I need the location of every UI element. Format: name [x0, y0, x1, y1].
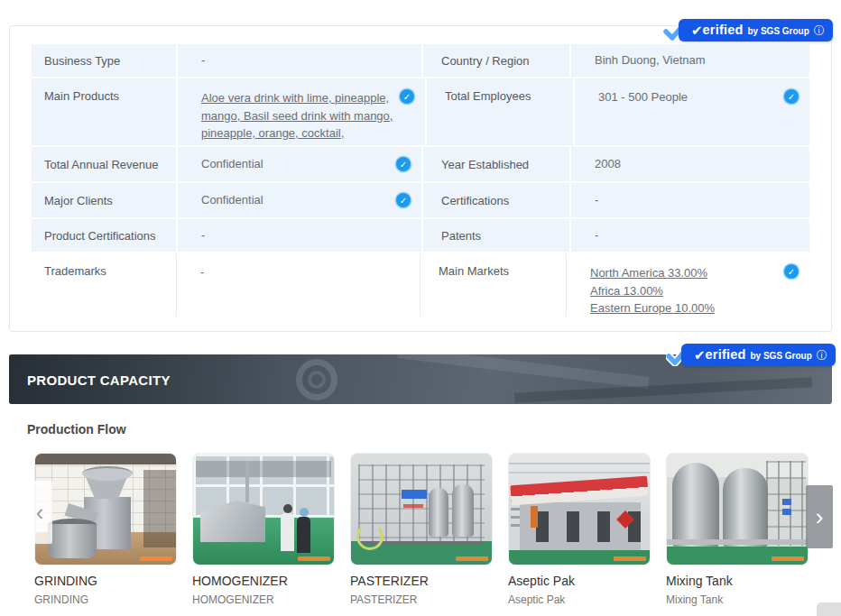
flow-step-subtitle: Aseptic Pak [508, 593, 651, 606]
label-main-products: Main Products [44, 89, 119, 103]
photo-detail [402, 490, 427, 499]
row-label: Patents [423, 219, 569, 252]
photo-detail [667, 539, 808, 545]
label-year-established: Year Established [441, 158, 529, 171]
label-country-region: Country / Region [441, 54, 530, 68]
info-icon[interactable]: ⓘ [817, 348, 827, 363]
production-flow-heading: Production Flow [27, 422, 126, 437]
value-total-annual-revenue: Confidential [201, 156, 263, 173]
main-market-link-eastern-europe[interactable]: Eastern Europe 10.00% [590, 299, 715, 317]
value-patents: - [595, 227, 598, 244]
verified-seal-icon[interactable]: ✓ [784, 264, 799, 279]
photo-timestamp [298, 556, 330, 561]
production-photo-pasterizer[interactable] [350, 453, 493, 565]
value-certifications: - [595, 192, 598, 209]
verified-seal-icon[interactable]: ✓ [400, 89, 414, 104]
photo-detail [531, 506, 538, 528]
production-photo-aseptic-pak[interactable] [508, 453, 651, 565]
table-row: Business Type - Country / Region Binh Du… [32, 44, 809, 77]
row-value: - [178, 44, 421, 77]
row-label: Year Established [423, 147, 569, 181]
banner-decoration [308, 371, 326, 389]
photo-detail [667, 547, 808, 565]
photo-detail [281, 513, 294, 551]
flow-step-title: PASTERIZER [350, 574, 493, 588]
verified-badge-pill: ✔erified by SGS Group ⓘ [681, 344, 836, 366]
row-value: - [571, 183, 809, 217]
photo-detail [672, 463, 719, 547]
main-market-link-africa[interactable]: Africa 13.00% [590, 282, 715, 300]
production-flow-card: Aseptic Pak Aseptic Pak [508, 453, 651, 606]
table-row: Product Certifications - Patents - [32, 219, 809, 252]
photo-detail [510, 476, 648, 506]
row-value: Confidential ✓ [178, 147, 421, 181]
photo-detail [723, 468, 768, 547]
value-total-employees: 301 - 500 People [598, 89, 688, 106]
verified-badge[interactable]: ✔erified by SGS Group ⓘ [666, 344, 837, 368]
photo-detail [196, 461, 331, 477]
table-row: Major Clients Confidential ✓ Certificati… [32, 183, 809, 217]
row-label: Certifications [423, 183, 569, 217]
production-photo-homogenizer[interactable] [192, 453, 335, 565]
photo-detail [300, 508, 309, 517]
verified-seal-icon[interactable]: ✓ [396, 193, 411, 207]
row-label: Product Certifications [32, 219, 176, 252]
photo-detail [35, 454, 176, 464]
flow-step-subtitle: GRINDING [34, 593, 177, 606]
row-label: Main Markets [420, 253, 566, 317]
flow-step-title: Mixing Tank [666, 574, 809, 588]
row-label: Main Products [32, 78, 176, 145]
verified-label: erified [706, 348, 746, 362]
production-flow-card: PASTERIZER PASTERIZER [350, 453, 493, 606]
photo-detail [403, 504, 423, 508]
verified-seal-icon[interactable]: ✓ [784, 89, 799, 104]
verified-badge-pill: ✔erified by SGS Group ⓘ [679, 19, 833, 41]
table-row: Total Annual Revenue Confidential ✓ Year… [32, 147, 809, 181]
floating-widget-partial[interactable] [817, 602, 841, 616]
label-certifications: Certifications [441, 194, 509, 207]
label-patents: Patents [441, 229, 481, 243]
flow-step-subtitle: PASTERIZER [350, 593, 493, 606]
label-main-markets: Main Markets [439, 264, 509, 278]
value-country-region: Binh Duong, Vietnam [595, 52, 706, 69]
row-label: Trademarks [32, 253, 176, 317]
carousel-prev-button[interactable]: ‹ [27, 481, 52, 544]
company-info-card: Business Type - Country / Region Binh Du… [9, 25, 832, 332]
row-value: North America 33.00% Africa 13.00% Easte… [566, 253, 809, 317]
info-icon[interactable]: ⓘ [814, 23, 825, 39]
verified-badge[interactable]: ✔erified by SGS Group ⓘ [663, 19, 835, 43]
photo-timestamp [614, 556, 646, 561]
row-label: Business Type [32, 44, 176, 77]
table-row: Main Products Aloe vera drink with lime,… [32, 78, 809, 145]
row-label: Total Annual Revenue [32, 147, 176, 181]
value-trademarks: - [200, 264, 204, 281]
chevron-left-icon: ‹ [36, 499, 44, 527]
production-photo-mixing-tank[interactable] [666, 453, 809, 565]
section-title: PRODUCT CAPACITY [27, 372, 171, 387]
verified-v-check-icon: ✔ [694, 348, 706, 362]
verified-v-check-icon: ✔ [691, 23, 703, 37]
carousel-next-button[interactable]: › [806, 485, 833, 548]
row-value: Binh Duong, Vietnam [571, 44, 809, 77]
photo-detail [283, 504, 292, 513]
value-year-established: 2008 [595, 156, 621, 173]
flow-step-subtitle: Mixing Tank [666, 593, 809, 606]
row-label: Total Employees [427, 78, 573, 145]
photo-detail [782, 499, 791, 505]
table-row: Trademarks - Main Markets North America … [32, 253, 809, 317]
photo-detail [356, 523, 384, 550]
production-flow-card: Mixing Tank Mixing Tank [666, 453, 809, 606]
photo-timestamp [140, 556, 172, 561]
production-photo-grinding[interactable] [34, 453, 177, 565]
value-business-type: - [201, 52, 205, 69]
label-total-annual-revenue: Total Annual Revenue [44, 158, 158, 171]
row-value: Aloe vera drink with lime, pineapple, ma… [178, 78, 425, 145]
verified-seal-icon[interactable]: ✓ [396, 157, 411, 171]
photo-detail [452, 484, 474, 537]
row-value: - [176, 253, 420, 317]
verified-label: erified [703, 23, 744, 37]
photo-detail [48, 524, 97, 558]
row-label: Country / Region [423, 44, 569, 77]
main-market-link-north-america[interactable]: North America 33.00% [590, 264, 715, 282]
photo-detail [245, 461, 249, 502]
